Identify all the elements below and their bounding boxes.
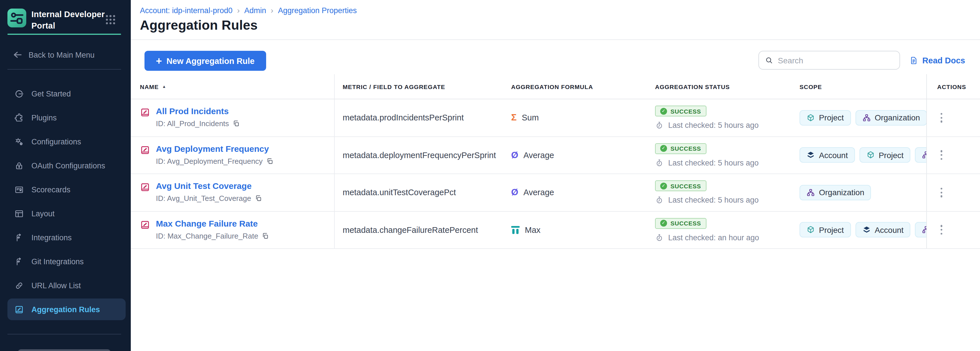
sidebar-item-url-allow-list[interactable]: URL Allow List [0,273,131,297]
formula-label: Max [525,226,541,235]
stopwatch-icon [655,233,663,242]
organization-icon [922,151,926,159]
scorecard-icon [14,185,24,194]
new-aggregation-rule-button[interactable]: + New Aggregation Rule [145,51,266,71]
breadcrumb-account[interactable]: Account: idp-internal-prod0 [140,6,232,14]
app-grid-icon[interactable] [105,14,116,26]
status-label: SUCCESS [670,108,701,115]
sidebar-divider [8,69,121,70]
read-docs-label: Read Docs [922,56,965,65]
check-icon: ✓ [660,145,667,152]
account-layers-icon [807,151,815,159]
scope-chip-account: Account [800,148,854,163]
stopwatch-icon [655,159,663,167]
get-started-icon [14,89,24,98]
gears-icon [14,137,24,146]
row-actions-menu[interactable] [938,223,945,237]
aggregation-icon [14,305,24,314]
chevron-right-icon: › [237,6,240,15]
table-row: Avg Unit Test Coverage ID: Avg_Unit_Test… [131,174,980,211]
rule-id: ID: Avg_Unit_Test_Coverage [156,194,251,203]
column-header-status: AGGREGATION STATUS [647,74,792,99]
copy-icon[interactable] [255,195,262,202]
project-cube-icon [807,226,815,234]
sidebar-item-configurations[interactable]: Configurations [0,130,131,154]
sidebar-item-label: OAuth Configurations [32,161,105,170]
scope-chip-organization: Organization [855,110,926,125]
breadcrumb-aggregation-properties[interactable]: Aggregation Properties [278,6,356,14]
last-checked: Last checked: 5 hours ago [655,196,759,205]
sort-asc-icon: ▲ [162,84,167,89]
stopwatch-icon [655,196,663,205]
sigma-icon: Σ [511,113,517,122]
sidebar-item-plugins[interactable]: Plugins [0,106,131,130]
scope-chip-account: Account [855,222,910,238]
sidebar-item-oauth-configurations[interactable]: OAuth Configurations [0,154,131,178]
formula-label: Average [523,188,554,197]
row-actions-menu[interactable] [938,111,945,125]
sidebar-bottom-item[interactable] [18,349,111,351]
sidebar-item-label: Aggregation Rules [32,305,100,314]
sidebar-item-scorecards[interactable]: Scorecards [0,178,131,202]
column-header-name[interactable]: NAME ▲ [131,74,335,99]
metric-value: metadata.unitTestCoveragePct [343,188,456,197]
sidebar-item-get-started[interactable]: Get Started [0,82,131,106]
lock-icon [14,160,24,170]
column-header-metric: METRIC / FIELD TO AGGREGATE [335,74,503,99]
sidebar-item-label: URL Allow List [32,281,81,290]
formula-label: Sum [522,113,539,122]
scope-chip-project: Project [859,148,910,163]
status-label: SUCCESS [670,220,701,227]
rule-name-link[interactable]: Avg Deployment Frequency [156,143,274,153]
page-header: Account: idp-internal-prod0 › Admin › Ag… [131,0,980,40]
aggregation-rule-icon [140,145,150,155]
organization-icon [922,226,926,234]
page-title: Aggregation Rules [140,18,980,33]
check-icon: ✓ [660,183,667,189]
max-icon [511,226,520,234]
last-checked-text: Last checked: 5 hours ago [668,159,759,167]
fork-arrows-icon [14,233,24,242]
back-to-main-menu[interactable]: Back to Main Menu [13,50,94,60]
organization-icon [862,114,871,122]
rule-name-link[interactable]: All Prod Incidents [156,106,240,116]
breadcrumb-admin[interactable]: Admin [244,6,266,14]
document-icon [909,56,918,65]
plugins-icon [14,113,24,122]
project-cube-icon [807,114,815,122]
copy-icon[interactable] [232,120,240,127]
stopwatch-icon [655,121,663,130]
sidebar-item-label: Integrations [32,233,72,242]
sidebar-item-integrations[interactable]: Integrations [0,226,131,249]
organization-icon [807,188,815,197]
column-header-scope: SCOPE [792,74,926,99]
row-actions-menu[interactable] [938,186,945,200]
brand: Internal Developer Portal [8,9,123,32]
rule-name-link[interactable]: Max Change Failure Rate [156,218,269,228]
table-row: Max Change Failure Rate ID: Max_Change_F… [131,211,980,249]
sidebar-item-git-integrations[interactable]: Git Integrations [0,249,131,273]
metric-value: metadata.changeFailureRatePercent [343,226,478,235]
last-checked: Last checked: an hour ago [655,233,759,242]
copy-icon[interactable] [262,232,269,240]
rule-name-link[interactable]: Avg Unit Test Coverage [156,181,262,191]
last-checked-text: Last checked: 5 hours ago [668,196,759,205]
last-checked: Last checked: 5 hours ago [655,159,759,167]
aggregation-rule-icon [140,107,150,118]
row-actions-menu[interactable] [938,148,945,162]
last-checked-text: Last checked: an hour ago [668,233,759,242]
sidebar-item-label: Configurations [32,137,81,146]
sidebar-item-layout[interactable]: Layout [0,202,131,226]
aggregation-rule-icon [140,219,150,230]
formula-label: Average [523,151,554,160]
copy-icon[interactable] [266,157,274,165]
metric-value: metadata.prodIncidentsPerSprint [343,113,464,122]
toolbar-right: Read Docs [759,51,965,70]
sidebar-item-label: Layout [32,209,54,218]
status-badge: ✓ SUCCESS [655,181,706,192]
read-docs-link[interactable]: Read Docs [909,56,965,65]
brand-title: Internal Developer Portal [32,9,105,32]
sidebar-item-aggregation-rules[interactable]: Aggregation Rules [8,299,126,320]
metric-value: metadata.deploymentFrequencyPerSprint [343,151,496,160]
search-input[interactable] [778,56,894,65]
